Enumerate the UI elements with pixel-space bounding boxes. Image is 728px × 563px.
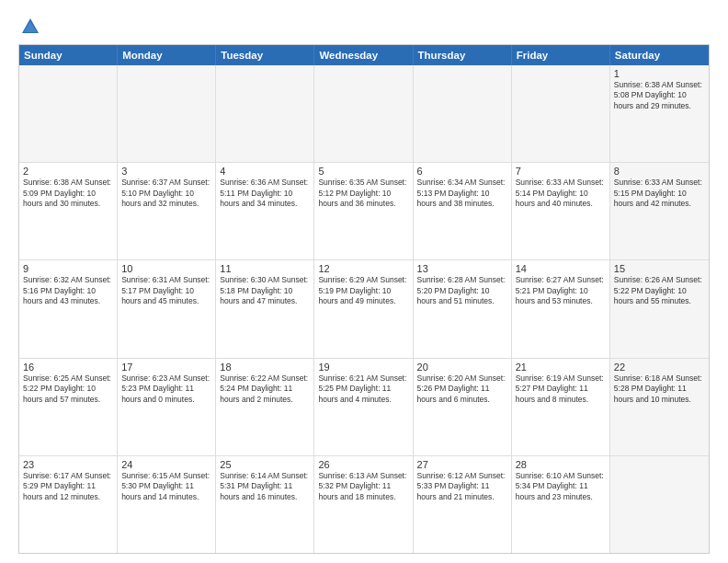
cell-info: Sunrise: 6:10 AM Sunset: 5:34 PM Dayligh… bbox=[516, 471, 606, 502]
cell-info: Sunrise: 6:15 AM Sunset: 5:30 PM Dayligh… bbox=[121, 471, 211, 502]
day-number: 20 bbox=[417, 362, 507, 373]
day-number: 19 bbox=[318, 362, 408, 373]
cell-info: Sunrise: 6:30 AM Sunset: 5:18 PM Dayligh… bbox=[220, 275, 310, 306]
calendar-cell: 3Sunrise: 6:37 AM Sunset: 5:10 PM Daylig… bbox=[118, 163, 216, 259]
day-number: 16 bbox=[23, 362, 113, 373]
cell-info: Sunrise: 6:12 AM Sunset: 5:33 PM Dayligh… bbox=[417, 471, 507, 502]
calendar-cell: 17Sunrise: 6:23 AM Sunset: 5:23 PM Dayli… bbox=[118, 359, 216, 455]
calendar-cell: 10Sunrise: 6:31 AM Sunset: 5:17 PM Dayli… bbox=[118, 260, 216, 357]
header-day-sunday: Sunday bbox=[19, 45, 118, 65]
calendar-cell bbox=[19, 65, 118, 162]
calendar: SundayMondayTuesdayWednesdayThursdayFrid… bbox=[18, 44, 710, 554]
cell-info: Sunrise: 6:26 AM Sunset: 5:22 PM Dayligh… bbox=[614, 275, 705, 306]
calendar-cell: 1Sunrise: 6:38 AM Sunset: 5:08 PM Daylig… bbox=[610, 65, 709, 162]
calendar-cell: 15Sunrise: 6:26 AM Sunset: 5:22 PM Dayli… bbox=[610, 260, 709, 357]
calendar-cell: 18Sunrise: 6:22 AM Sunset: 5:24 PM Dayli… bbox=[216, 359, 314, 455]
cell-info: Sunrise: 6:35 AM Sunset: 5:12 PM Dayligh… bbox=[318, 178, 408, 209]
calendar-header: SundayMondayTuesdayWednesdayThursdayFrid… bbox=[19, 45, 709, 65]
day-number: 24 bbox=[121, 459, 211, 470]
calendar-row-4: 23Sunrise: 6:17 AM Sunset: 5:29 PM Dayli… bbox=[19, 455, 709, 553]
calendar-cell bbox=[414, 65, 512, 162]
day-number: 9 bbox=[23, 263, 113, 274]
day-number: 2 bbox=[23, 166, 113, 177]
calendar-cell: 21Sunrise: 6:19 AM Sunset: 5:27 PM Dayli… bbox=[512, 359, 610, 455]
day-number: 3 bbox=[121, 166, 211, 177]
cell-info: Sunrise: 6:31 AM Sunset: 5:17 PM Dayligh… bbox=[121, 275, 211, 306]
calendar-row-3: 16Sunrise: 6:25 AM Sunset: 5:22 PM Dayli… bbox=[19, 358, 709, 455]
cell-info: Sunrise: 6:28 AM Sunset: 5:20 PM Dayligh… bbox=[417, 275, 507, 306]
logo bbox=[18, 17, 42, 37]
calendar-cell bbox=[610, 456, 709, 553]
day-number: 26 bbox=[318, 459, 408, 470]
calendar-cell: 23Sunrise: 6:17 AM Sunset: 5:29 PM Dayli… bbox=[19, 456, 118, 553]
day-number: 7 bbox=[516, 166, 606, 177]
logo-icon bbox=[20, 17, 40, 37]
calendar-cell: 22Sunrise: 6:18 AM Sunset: 5:28 PM Dayli… bbox=[610, 359, 709, 455]
calendar-cell: 28Sunrise: 6:10 AM Sunset: 5:34 PM Dayli… bbox=[512, 456, 610, 553]
calendar-cell: 8Sunrise: 6:33 AM Sunset: 5:15 PM Daylig… bbox=[610, 163, 709, 259]
cell-info: Sunrise: 6:22 AM Sunset: 5:24 PM Dayligh… bbox=[220, 373, 310, 405]
day-number: 12 bbox=[318, 263, 408, 274]
cell-info: Sunrise: 6:33 AM Sunset: 5:15 PM Dayligh… bbox=[614, 178, 705, 209]
calendar-cell: 9Sunrise: 6:32 AM Sunset: 5:16 PM Daylig… bbox=[19, 260, 118, 357]
day-number: 1 bbox=[614, 68, 705, 79]
calendar-cell: 16Sunrise: 6:25 AM Sunset: 5:22 PM Dayli… bbox=[19, 359, 118, 455]
day-number: 6 bbox=[417, 166, 507, 177]
calendar-cell: 2Sunrise: 6:38 AM Sunset: 5:09 PM Daylig… bbox=[19, 163, 118, 259]
day-number: 18 bbox=[220, 362, 310, 373]
cell-info: Sunrise: 6:25 AM Sunset: 5:22 PM Dayligh… bbox=[23, 373, 113, 405]
calendar-cell: 27Sunrise: 6:12 AM Sunset: 5:33 PM Dayli… bbox=[414, 456, 512, 553]
header-day-saturday: Saturday bbox=[610, 45, 709, 65]
day-number: 17 bbox=[121, 362, 211, 373]
header-day-thursday: Thursday bbox=[414, 45, 512, 65]
day-number: 10 bbox=[121, 263, 211, 274]
cell-info: Sunrise: 6:33 AM Sunset: 5:14 PM Dayligh… bbox=[516, 178, 606, 209]
calendar-cell bbox=[314, 65, 413, 162]
cell-info: Sunrise: 6:14 AM Sunset: 5:31 PM Dayligh… bbox=[220, 471, 310, 502]
cell-info: Sunrise: 6:34 AM Sunset: 5:13 PM Dayligh… bbox=[417, 178, 507, 209]
calendar-cell: 13Sunrise: 6:28 AM Sunset: 5:20 PM Dayli… bbox=[414, 260, 512, 357]
header bbox=[18, 17, 710, 37]
cell-info: Sunrise: 6:19 AM Sunset: 5:27 PM Dayligh… bbox=[516, 373, 606, 405]
day-number: 13 bbox=[417, 263, 507, 274]
cell-info: Sunrise: 6:27 AM Sunset: 5:21 PM Dayligh… bbox=[516, 275, 606, 306]
day-number: 4 bbox=[220, 166, 310, 177]
cell-info: Sunrise: 6:37 AM Sunset: 5:10 PM Dayligh… bbox=[121, 178, 211, 209]
calendar-cell: 24Sunrise: 6:15 AM Sunset: 5:30 PM Dayli… bbox=[118, 456, 216, 553]
day-number: 11 bbox=[220, 263, 310, 274]
cell-info: Sunrise: 6:13 AM Sunset: 5:32 PM Dayligh… bbox=[318, 471, 408, 502]
day-number: 25 bbox=[220, 459, 310, 470]
calendar-cell: 5Sunrise: 6:35 AM Sunset: 5:12 PM Daylig… bbox=[314, 163, 413, 259]
calendar-cell: 7Sunrise: 6:33 AM Sunset: 5:14 PM Daylig… bbox=[512, 163, 610, 259]
header-day-tuesday: Tuesday bbox=[216, 45, 314, 65]
header-day-wednesday: Wednesday bbox=[314, 45, 413, 65]
calendar-row-0: 1Sunrise: 6:38 AM Sunset: 5:08 PM Daylig… bbox=[19, 65, 709, 162]
calendar-body: 1Sunrise: 6:38 AM Sunset: 5:08 PM Daylig… bbox=[19, 65, 709, 553]
page: SundayMondayTuesdayWednesdayThursdayFrid… bbox=[0, 0, 728, 563]
day-number: 8 bbox=[614, 166, 705, 177]
day-number: 27 bbox=[417, 459, 507, 470]
day-number: 23 bbox=[23, 459, 113, 470]
cell-info: Sunrise: 6:18 AM Sunset: 5:28 PM Dayligh… bbox=[614, 373, 705, 405]
calendar-cell: 26Sunrise: 6:13 AM Sunset: 5:32 PM Dayli… bbox=[314, 456, 413, 553]
cell-info: Sunrise: 6:23 AM Sunset: 5:23 PM Dayligh… bbox=[121, 373, 211, 405]
day-number: 15 bbox=[614, 263, 705, 274]
calendar-cell: 11Sunrise: 6:30 AM Sunset: 5:18 PM Dayli… bbox=[216, 260, 314, 357]
cell-info: Sunrise: 6:17 AM Sunset: 5:29 PM Dayligh… bbox=[23, 471, 113, 502]
calendar-cell: 25Sunrise: 6:14 AM Sunset: 5:31 PM Dayli… bbox=[216, 456, 314, 553]
calendar-cell: 12Sunrise: 6:29 AM Sunset: 5:19 PM Dayli… bbox=[314, 260, 413, 357]
calendar-cell bbox=[512, 65, 610, 162]
calendar-row-1: 2Sunrise: 6:38 AM Sunset: 5:09 PM Daylig… bbox=[19, 162, 709, 259]
calendar-cell: 6Sunrise: 6:34 AM Sunset: 5:13 PM Daylig… bbox=[414, 163, 512, 259]
calendar-cell: 19Sunrise: 6:21 AM Sunset: 5:25 PM Dayli… bbox=[314, 359, 413, 455]
calendar-cell bbox=[216, 65, 314, 162]
calendar-cell: 4Sunrise: 6:36 AM Sunset: 5:11 PM Daylig… bbox=[216, 163, 314, 259]
day-number: 14 bbox=[516, 263, 606, 274]
day-number: 5 bbox=[318, 166, 408, 177]
cell-info: Sunrise: 6:29 AM Sunset: 5:19 PM Dayligh… bbox=[318, 275, 408, 306]
cell-info: Sunrise: 6:38 AM Sunset: 5:09 PM Dayligh… bbox=[23, 178, 113, 209]
calendar-row-2: 9Sunrise: 6:32 AM Sunset: 5:16 PM Daylig… bbox=[19, 259, 709, 357]
day-number: 28 bbox=[516, 459, 606, 470]
calendar-cell bbox=[118, 65, 216, 162]
cell-info: Sunrise: 6:36 AM Sunset: 5:11 PM Dayligh… bbox=[220, 178, 310, 209]
